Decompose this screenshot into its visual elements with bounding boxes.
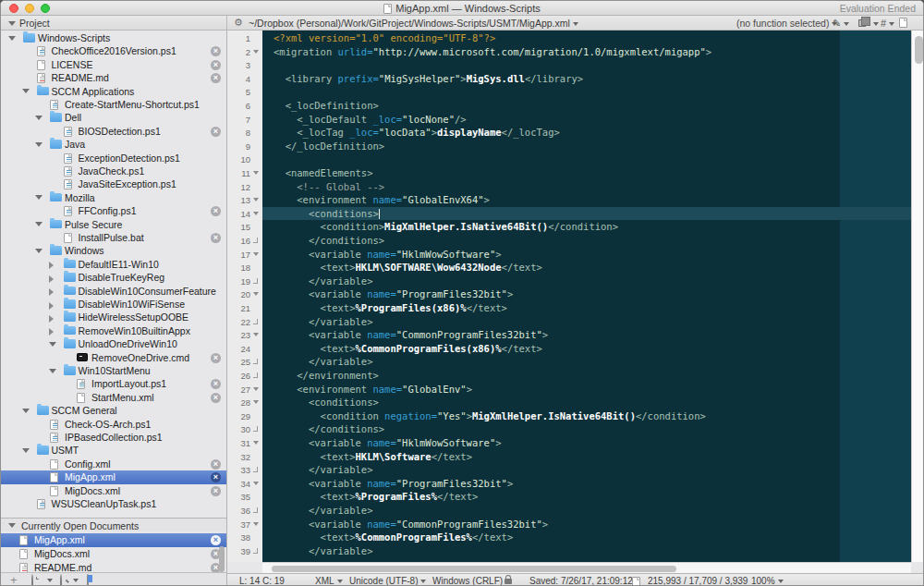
tree-item[interactable]: WSUSCleanUpTask.ps1 — [1, 497, 226, 510]
disclosure-open-icon[interactable] — [49, 369, 56, 373]
tree-item[interactable]: ExceptionDetection.ps1 — [1, 152, 226, 165]
code-line[interactable]: <migration urlid="http://www.microsoft.c… — [262, 45, 911, 59]
code-line[interactable]: </variable> — [262, 463, 911, 477]
code-line[interactable]: </variable> — [262, 544, 911, 558]
close-icon[interactable]: × — [211, 60, 221, 70]
code-line[interactable] — [262, 58, 911, 72]
disclosure-open-icon[interactable] — [35, 222, 43, 226]
tree-item[interactable]: Check-OS-Arch.ps1 — [1, 418, 226, 431]
tree-item[interactable]: MigApp.xml× — [1, 470, 226, 483]
code-line[interactable]: <text>%ProgramFiles(x86)%</text> — [262, 301, 911, 315]
code-line[interactable]: </variable> — [262, 355, 911, 369]
code-area[interactable]: <?xml version="1.0" encoding="UTF-8"?><m… — [262, 31, 911, 562]
tree-item[interactable]: JavaSiteException.ps1 — [1, 177, 226, 190]
code-line[interactable]: <environment name="GlobalEnv"> — [262, 383, 911, 397]
tree-item[interactable]: JavaCheck.ps1 — [1, 165, 226, 177]
tree-item[interactable]: InstallPulse.bat× — [1, 231, 226, 244]
fold-open-icon[interactable] — [253, 387, 259, 391]
tree-item[interactable]: DisableWin10ConsumerFeature — [1, 285, 226, 298]
code-line[interactable]: <variable name="ProgramFiles32bit"> — [262, 477, 911, 491]
code-line[interactable]: <namedElements> — [262, 166, 911, 180]
open-doc-item[interactable]: MigApp.xml× — [1, 533, 226, 547]
disclosure-closed-icon[interactable] — [49, 315, 54, 323]
disclosure-open-icon[interactable] — [22, 409, 30, 413]
tree-item[interactable]: DefaultIE11-Win10 — [1, 258, 226, 271]
disclosure-open-icon[interactable] — [22, 448, 30, 453]
toggle-sidebar-icon[interactable] — [87, 574, 89, 586]
tree-item[interactable]: Windows-Scripts — [1, 31, 226, 44]
close-icon[interactable]: × — [211, 459, 221, 470]
tree-item[interactable]: Config.xml× — [1, 458, 226, 470]
horizontal-scrollbar[interactable] — [262, 562, 911, 573]
chevron-down-icon[interactable] — [873, 22, 879, 26]
close-icon[interactable]: × — [211, 353, 221, 363]
code-line[interactable]: <conditions> — [262, 207, 911, 221]
chevron-down-icon[interactable] — [73, 579, 79, 582]
code-line[interactable]: <_locDefault _loc="locNone"/> — [262, 113, 911, 127]
disclosure-closed-icon[interactable] — [49, 302, 54, 310]
disclosure-open-icon[interactable] — [35, 249, 43, 253]
file-path-menu[interactable]: ~/Dropbox (Personal)/Work/GitProject/Win… — [249, 18, 578, 29]
fold-open-icon[interactable] — [253, 212, 259, 215]
history-clock-icon[interactable] — [31, 574, 33, 586]
code-line[interactable]: <condition negation="Yes">MigXmlHelper.I… — [262, 409, 911, 423]
tree-item[interactable]: Windows — [1, 244, 226, 257]
tree-item[interactable]: CheckOffice2016Version.ps1× — [1, 44, 226, 57]
tree-item[interactable]: StartMenu.xml× — [1, 391, 226, 404]
tree-item[interactable]: BIOSDetection.ps1× — [1, 125, 226, 138]
close-icon[interactable]: × — [211, 535, 221, 545]
close-icon[interactable]: × — [211, 46, 221, 56]
fold-open-icon[interactable] — [253, 482, 259, 485]
tree-item[interactable]: LICENSE× — [1, 58, 226, 71]
tree-item[interactable]: UnloadOneDriveWin10 — [1, 337, 226, 350]
code-line[interactable]: <text>%CommonProgramFiles(x86)%</text> — [262, 342, 911, 356]
tree-item[interactable]: SCCM General — [1, 404, 226, 417]
code-line[interactable]: </conditions> — [262, 234, 911, 248]
fold-open-icon[interactable] — [253, 198, 259, 201]
fold-open-icon[interactable] — [253, 522, 259, 526]
tree-item[interactable]: IPBasedCollection.ps1 — [1, 431, 226, 444]
disclosure-open-icon[interactable] — [22, 89, 30, 93]
open-documents-section-header[interactable]: Currently Open Documents — [1, 518, 226, 531]
code-line[interactable]: <text>HKLM\Software</text> — [262, 450, 911, 464]
fold-open-icon[interactable] — [253, 50, 259, 54]
disclosure-open-icon[interactable] — [8, 36, 16, 41]
code-line[interactable] — [262, 85, 911, 99]
project-disclosure-icon[interactable] — [8, 21, 16, 26]
vertical-scrollbar-thumb[interactable] — [915, 36, 923, 64]
line-endings-menu[interactable]: Windows (CRLF) — [432, 576, 511, 586]
language-menu[interactable]: XML — [315, 576, 343, 586]
tree-item[interactable]: Mozilla — [1, 191, 226, 204]
disclosure-open-icon[interactable] — [35, 116, 43, 120]
code-line[interactable]: <text>HKLM\SOFTWARE\Wow6432Node</text> — [262, 261, 911, 275]
code-line[interactable]: <variable name="HklmWowSoftware"> — [262, 248, 911, 262]
close-icon[interactable]: × — [211, 233, 221, 243]
tree-item[interactable]: RemoveOneDrive.cmd× — [1, 351, 226, 364]
disclosure-closed-icon[interactable] — [49, 275, 54, 283]
search-icon[interactable] — [60, 574, 62, 586]
pencil-icon[interactable]: ✎ — [833, 18, 849, 30]
code-line[interactable]: </variable> — [262, 504, 911, 518]
disclosure-closed-icon[interactable] — [49, 262, 54, 269]
documents-stack-icon[interactable] — [858, 19, 866, 27]
sidebar-scrollbar-thumb[interactable] — [219, 546, 225, 572]
code-line[interactable] — [262, 153, 911, 166]
zoom-menu[interactable]: 100% — [751, 576, 784, 586]
horizontal-scrollbar-thumb[interactable] — [272, 566, 676, 572]
fold-open-icon[interactable] — [253, 441, 259, 445]
tree-item[interactable]: RemoveWin10BuiltinAppx — [1, 324, 226, 337]
gear-icon[interactable]: ⚙ — [234, 17, 243, 29]
tree-item[interactable]: FFConfig.ps1× — [1, 204, 226, 217]
fold-open-icon[interactable] — [253, 171, 259, 175]
fold-open-icon[interactable] — [253, 333, 259, 336]
code-line[interactable]: <_locDefinition> — [262, 99, 911, 113]
open-doc-item[interactable]: MigDocs.xml× — [1, 547, 226, 561]
add-icon[interactable]: + — [10, 575, 18, 585]
vertical-scrollbar[interactable] — [911, 31, 924, 562]
document-stats-icon[interactable] — [632, 577, 640, 586]
tree-item[interactable]: DisableWin10WiFiSense — [1, 298, 226, 311]
code-line[interactable]: <variable name="HklmWowSoftware"> — [262, 436, 911, 450]
disclosure-open-icon[interactable] — [35, 195, 43, 200]
close-icon[interactable]: × — [211, 73, 221, 83]
fold-open-icon[interactable] — [253, 252, 259, 256]
